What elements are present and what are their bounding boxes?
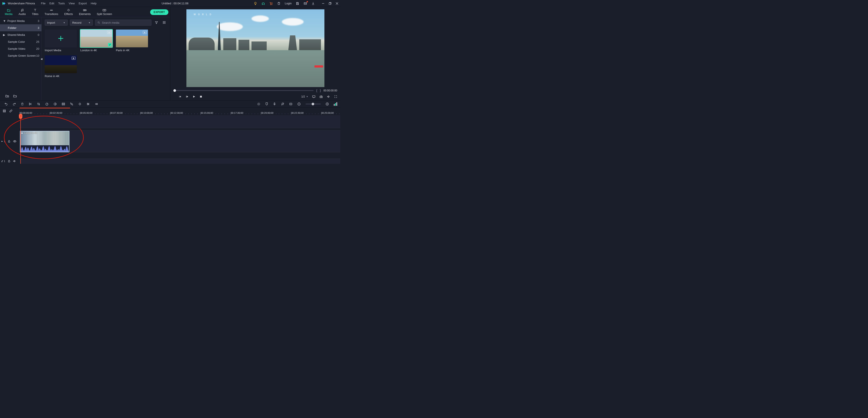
color-icon[interactable] xyxy=(53,102,57,106)
audio-mixer-icon[interactable] xyxy=(281,102,284,106)
zoom-slider[interactable] xyxy=(306,103,321,104)
svg-point-7 xyxy=(21,11,22,11)
login-link[interactable]: Login xyxy=(285,2,292,5)
menu-tools[interactable]: Tools xyxy=(58,2,65,5)
close-icon[interactable] xyxy=(336,2,339,5)
display-icon[interactable] xyxy=(312,95,315,98)
mark-out-icon[interactable]: } xyxy=(320,89,321,92)
mute-icon[interactable] xyxy=(13,160,16,162)
marker-shield-icon[interactable] xyxy=(265,102,268,106)
keyframe-icon[interactable] xyxy=(78,102,82,106)
filter-icon[interactable] xyxy=(154,20,159,25)
sparkle-icon xyxy=(67,8,70,12)
media-item-london[interactable]: ▦ ✓ London in 4K xyxy=(80,30,113,52)
playhead[interactable] xyxy=(19,114,22,119)
tab-effects[interactable]: Effects xyxy=(61,8,76,16)
minimize-icon[interactable] xyxy=(321,2,324,5)
media-thumb[interactable]: ▦ xyxy=(116,30,148,47)
visibility-icon[interactable] xyxy=(13,140,17,143)
stop-icon[interactable] xyxy=(199,95,203,98)
split-icon[interactable] xyxy=(29,102,32,106)
media-import-card[interactable]: Import Media xyxy=(45,30,77,52)
green-screen-icon[interactable] xyxy=(62,102,65,106)
timeline-ruler[interactable]: 00:00:00:0000:02:30:0000:05:00:0000:07:3… xyxy=(20,108,340,114)
new-folder-icon[interactable] xyxy=(5,94,9,98)
render-icon[interactable] xyxy=(257,102,260,106)
media-item-paris[interactable]: ▦ Paris in 4K xyxy=(116,30,148,52)
undo-icon[interactable] xyxy=(4,102,8,106)
tab-titles[interactable]: Titles xyxy=(29,8,42,16)
collapse-sidebar-icon[interactable]: ◀ xyxy=(40,58,42,60)
link-icon[interactable] xyxy=(9,109,12,113)
preview-frame[interactable]: W O R L D xyxy=(186,9,324,87)
redo-icon[interactable] xyxy=(12,102,16,106)
track-size-icon[interactable] xyxy=(334,102,337,106)
import-dropdown[interactable]: Import▼ xyxy=(45,20,68,26)
menu-export[interactable]: Export xyxy=(79,2,87,5)
crop-icon[interactable] xyxy=(37,102,40,106)
media-thumb[interactable]: ▦ ✓ xyxy=(80,30,113,47)
sidebar-item-sample-video[interactable]: Sample Video 20 xyxy=(0,45,41,52)
adjust-icon[interactable] xyxy=(86,102,90,106)
tab-transitions[interactable]: Transitions xyxy=(41,8,61,16)
zoom-handle[interactable] xyxy=(312,103,314,105)
import-thumb[interactable] xyxy=(45,30,77,47)
video-track-label: 1 xyxy=(1,140,5,143)
sidebar-item-project-media[interactable]: ▼ Project Media 3 xyxy=(0,18,41,24)
play-icon[interactable] xyxy=(192,95,195,98)
maximize-icon[interactable] xyxy=(329,2,332,5)
menu-help[interactable]: Help xyxy=(91,2,97,5)
video-track[interactable]: London in 4K xyxy=(20,130,340,152)
mail-icon[interactable] xyxy=(303,2,307,5)
sidebar-item-folder[interactable]: Folder 3 xyxy=(0,24,41,31)
fullscreen-icon[interactable] xyxy=(334,95,337,98)
sidebar-item-sample-color[interactable]: Sample Color 25 xyxy=(0,38,41,45)
play-pause-icon[interactable] xyxy=(186,95,189,98)
timeline-clip[interactable]: London in 4K xyxy=(20,131,69,152)
tab-media[interactable]: Media xyxy=(2,8,16,16)
lock-icon[interactable] xyxy=(8,159,10,162)
timeline-options-icon[interactable] xyxy=(3,109,6,113)
search-field[interactable] xyxy=(102,21,149,24)
menu-edit[interactable]: Edit xyxy=(50,2,54,5)
tab-elements[interactable]: Elements xyxy=(76,8,94,16)
lightbulb-icon[interactable] xyxy=(253,2,257,5)
add-marker-icon[interactable] xyxy=(289,102,292,106)
delete-icon[interactable] xyxy=(21,102,24,106)
quality-select[interactable]: 1/2▼ xyxy=(301,95,308,98)
trash-icon[interactable] xyxy=(277,2,281,5)
cart-icon[interactable] xyxy=(269,2,273,5)
menu-file[interactable]: File xyxy=(41,2,45,5)
scrub-handle[interactable] xyxy=(174,89,176,92)
scrub-track[interactable] xyxy=(174,90,314,91)
timeline-toolbar xyxy=(0,100,340,108)
tab-split-screen[interactable]: Split Screen xyxy=(94,8,115,16)
sidebar-item-shared-media[interactable]: ▶ Shared Media 0 xyxy=(0,31,41,38)
export-button[interactable]: EXPORT xyxy=(150,9,168,15)
tab-audio[interactable]: Audio xyxy=(16,8,29,16)
download-icon[interactable] xyxy=(311,2,315,5)
audio-track[interactable] xyxy=(20,158,340,164)
snapshot-icon[interactable] xyxy=(319,95,323,98)
lock-icon[interactable] xyxy=(8,140,10,143)
zoom-in-icon[interactable] xyxy=(326,102,329,106)
record-dropdown[interactable]: Record▼ xyxy=(70,20,93,26)
mark-in-icon[interactable]: { xyxy=(316,89,317,92)
voiceover-icon[interactable] xyxy=(273,102,276,106)
volume-icon[interactable] xyxy=(327,95,330,98)
step-back-icon[interactable] xyxy=(179,95,182,98)
save-icon[interactable] xyxy=(296,2,300,5)
motion-tracking-icon[interactable] xyxy=(70,102,73,106)
folder-icon[interactable] xyxy=(13,94,17,98)
overlay-track[interactable] xyxy=(20,116,340,128)
speed-icon[interactable] xyxy=(45,102,49,106)
menu-view[interactable]: View xyxy=(69,2,75,5)
media-thumb[interactable]: ▦ xyxy=(45,55,77,73)
search-media-input[interactable] xyxy=(95,20,152,26)
sidebar-item-sample-green-screen[interactable]: Sample Green Screen 10 xyxy=(0,52,41,59)
headset-icon[interactable] xyxy=(261,2,265,5)
media-item-rome[interactable]: ▦ Rome in 4K xyxy=(45,55,77,78)
audio-waveform-icon[interactable] xyxy=(95,102,98,106)
zoom-out-icon[interactable] xyxy=(297,102,301,106)
grid-view-icon[interactable] xyxy=(161,20,167,25)
